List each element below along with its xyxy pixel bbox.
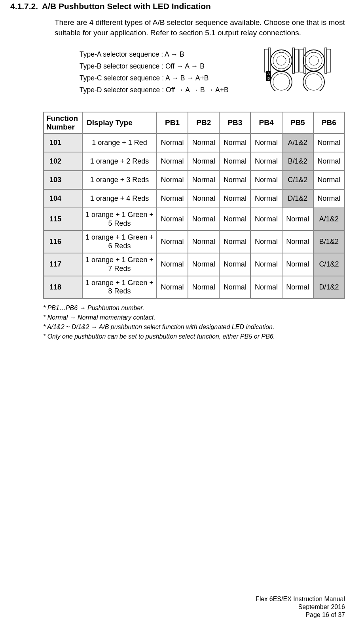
pb-cell: Normal [219, 230, 250, 253]
pb-cell: Normal [282, 208, 313, 230]
function-number-cell: 117 [44, 253, 82, 276]
svg-rect-2 [294, 49, 298, 72]
pb-cell: Normal [250, 171, 282, 189]
header-pb2: PB2 [188, 112, 219, 133]
header-pb5: PB5 [282, 112, 313, 133]
pb-cell: Normal [282, 276, 313, 299]
pb-cell: Normal [250, 253, 282, 276]
svg-text:A: A [267, 72, 270, 76]
pb-cell: Normal [188, 171, 219, 189]
function-number-cell: 101 [44, 133, 82, 152]
header-pb1: PB1 [157, 112, 188, 133]
pb-cell: Normal [250, 152, 282, 171]
pb-cell: B/1&2 [282, 152, 313, 171]
display-type-cell: 1 orange + 1 Red [82, 133, 157, 152]
svg-rect-6 [327, 49, 331, 72]
function-table-container: Function Number Display Type PB1 PB2 PB3… [43, 112, 345, 299]
header-pb3: PB3 [219, 112, 250, 133]
table-row: 1171 orange + 1 Green + 7 RedsNormalNorm… [44, 253, 345, 276]
pb-cell: Normal [157, 133, 188, 152]
function-number-cell: 104 [44, 189, 82, 208]
pb-cell: Normal [219, 189, 250, 208]
pb-cell: Normal [313, 152, 345, 171]
svg-point-9 [273, 52, 290, 69]
pb-cell: Normal [219, 133, 250, 152]
section-heading: A/B Pushbutton Select with LED Indicatio… [42, 2, 211, 11]
display-type-cell: 1 orange + 1 Green + 6 Reds [82, 230, 157, 253]
display-type-cell: 1 orange + 3 Reds [82, 171, 157, 189]
pb-cell: Normal [188, 253, 219, 276]
svg-point-17 [305, 74, 322, 90]
table-row: 1181 orange + 1 Green + 8 RedsNormalNorm… [44, 276, 345, 299]
pb-cell: Normal [219, 171, 250, 189]
header-display-type: Display Type [82, 112, 157, 133]
pb-cell: Normal [219, 152, 250, 171]
pb-cell: Normal [157, 253, 188, 276]
function-table: Function Number Display Type PB1 PB2 PB3… [43, 112, 345, 299]
function-number-cell: 116 [44, 230, 82, 253]
pb-cell: Normal [157, 276, 188, 299]
pb-cell: Normal [157, 230, 188, 253]
pb-cell: Normal [313, 171, 345, 189]
pb-cell: Normal [157, 208, 188, 230]
pushbutton-diagram-icon: A B [262, 47, 333, 92]
pb-cell: Normal [219, 253, 250, 276]
svg-point-14 [271, 71, 292, 91]
footnote-1: * PB1…PB6 → Pushbutton number. [43, 305, 345, 312]
function-number-cell: 118 [44, 276, 82, 299]
pb-cell: Normal [250, 276, 282, 299]
pb-cell: Normal [219, 276, 250, 299]
header-pb6: PB6 [313, 112, 345, 133]
pb-cell: Normal [250, 189, 282, 208]
display-type-cell: 1 orange + 1 Green + 8 Reds [82, 276, 157, 299]
table-row: 1161 orange + 1 Green + 6 RedsNormalNorm… [44, 230, 345, 253]
page-footer: Flex 6ES/EX Instruction Manual September… [256, 595, 345, 619]
table-row: 1151 orange + 1 Green + 5 RedsNormalNorm… [44, 208, 345, 230]
svg-point-13 [309, 56, 318, 65]
pb-cell: A/1&2 [313, 208, 345, 230]
svg-rect-0 [264, 49, 268, 72]
footer-manual: Flex 6ES/EX Instruction Manual [256, 595, 345, 603]
svg-point-16 [303, 71, 324, 91]
svg-rect-3 [292, 48, 294, 73]
footnote-3: * A/1&2 ~ D/1&2 → A/B pushbutton select … [43, 324, 345, 331]
pb-cell: Normal [219, 208, 250, 230]
pb-cell: D/1&2 [282, 189, 313, 208]
pb-cell: A/1&2 [282, 133, 313, 152]
svg-text:B: B [267, 76, 270, 80]
pb-cell: C/1&2 [313, 253, 345, 276]
section-title: 4.1.7.2. A/B Pushbutton Select with LED … [10, 2, 345, 11]
pb-cell: B/1&2 [313, 230, 345, 253]
footnote-2: * Normal → Normal momentary contact. [43, 314, 345, 321]
display-type-cell: 1 orange + 1 Green + 7 Reds [82, 253, 157, 276]
table-row: 1031 orange + 3 RedsNormalNormalNormalNo… [44, 171, 345, 189]
pb-cell: D/1&2 [313, 276, 345, 299]
pb-cell: Normal [188, 230, 219, 253]
pb-cell: Normal [188, 152, 219, 171]
pb-cell: Normal [188, 208, 219, 230]
header-function-number: Function Number [44, 112, 82, 133]
header-pb4: PB4 [250, 112, 282, 133]
pb-cell: Normal [250, 230, 282, 253]
footer-page: Page 16 of 37 [256, 611, 345, 619]
display-type-cell: 1 orange + 2 Reds [82, 152, 157, 171]
pb-cell: Normal [157, 189, 188, 208]
svg-point-12 [305, 52, 322, 69]
section-number: 4.1.7.2. [10, 2, 38, 11]
function-number-cell: 115 [44, 208, 82, 230]
pb-cell: Normal [282, 230, 313, 253]
footer-date: September 2016 [256, 603, 345, 611]
display-type-cell: 1 orange + 1 Green + 5 Reds [82, 208, 157, 230]
footnotes: * PB1…PB6 → Pushbutton number. * Normal … [43, 305, 345, 340]
table-header-row: Function Number Display Type PB1 PB2 PB3… [44, 112, 345, 133]
intro-text: There are 4 different types of A/B selec… [55, 17, 345, 38]
function-number-cell: 102 [44, 152, 82, 171]
svg-rect-1 [268, 48, 270, 73]
table-row: 1041 orange + 4 RedsNormalNormalNormalNo… [44, 189, 345, 208]
display-type-cell: 1 orange + 4 Reds [82, 189, 157, 208]
pb-cell: Normal [313, 189, 345, 208]
pb-cell: Normal [188, 276, 219, 299]
svg-point-10 [277, 56, 286, 65]
table-row: 1021 orange + 2 RedsNormalNormalNormalNo… [44, 152, 345, 171]
pb-cell: Normal [157, 152, 188, 171]
